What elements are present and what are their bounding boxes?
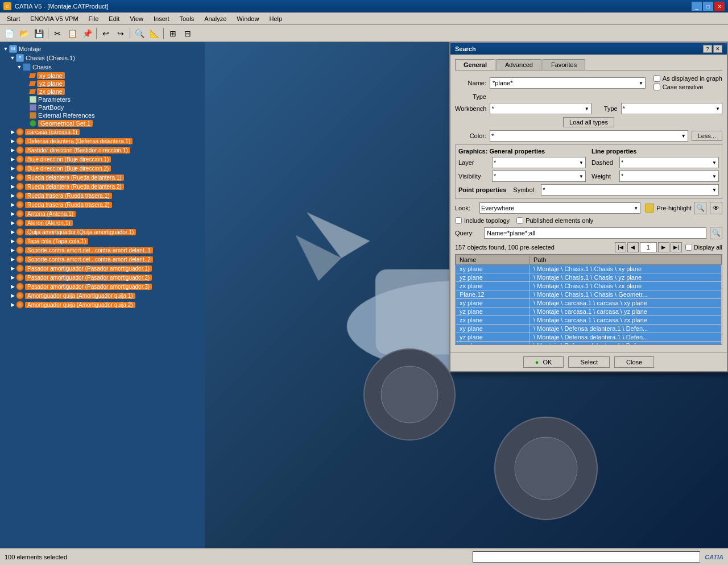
workbench-select[interactable]: * — [490, 103, 591, 114]
cut-btn[interactable]: ✂ — [51, 27, 64, 40]
table-row[interactable]: zx plane\ Montaje \ Defensa delantera.1 … — [456, 342, 722, 346]
view-btn-2[interactable]: ⊟ — [181, 27, 195, 40]
display-all-checkbox[interactable] — [685, 244, 692, 251]
include-topology-checkbox[interactable] — [455, 217, 462, 224]
list-item[interactable]: yz plane — [0, 80, 205, 88]
nav-next-button[interactable]: ▶ — [658, 242, 669, 252]
table-row[interactable]: xy plane\ Montaje \ Chasis.1 \ Chasis \ … — [456, 265, 722, 273]
dashed-select[interactable]: * — [619, 157, 719, 168]
list-item[interactable]: ▶ Amortiguador quija (Amortiguador quija… — [0, 300, 205, 309]
menu-tools[interactable]: Tools — [175, 14, 198, 23]
table-row[interactable]: xy plane\ Montaje \ carcasa.1 \ carcasa … — [456, 299, 722, 308]
list-item[interactable]: ▶ Antena (Antena.1) — [0, 209, 205, 218]
color-select[interactable]: * — [490, 130, 688, 142]
list-item[interactable]: ▶ Soporte contra-amort.del...contra-amor… — [0, 255, 205, 264]
nav-first-button[interactable]: |◀ — [615, 242, 626, 252]
name-input[interactable] — [490, 77, 646, 89]
viewport[interactable]: z x y — [205, 42, 728, 548]
visibility-select[interactable]: * — [492, 171, 586, 182]
table-row[interactable]: yz plane\ Montaje \ Chasis.1 \ Chasis \ … — [456, 273, 722, 282]
case-sensitive-checkbox[interactable] — [653, 84, 660, 90]
list-item[interactable]: PartBody — [0, 103, 205, 111]
query-input[interactable] — [484, 227, 706, 239]
measure-btn[interactable]: 📐 — [147, 27, 161, 40]
list-item[interactable]: ▶ Quija amortiguador (Quija amortiguador… — [0, 227, 205, 236]
tree-root[interactable]: ▼ M Montaje — [0, 44, 205, 53]
page-number-input[interactable] — [640, 242, 657, 252]
status-input[interactable] — [473, 551, 700, 563]
nav-last-button[interactable]: ▶| — [671, 242, 682, 252]
tab-general[interactable]: General — [455, 59, 495, 70]
minimize-button[interactable]: _ — [692, 2, 702, 11]
search-select-button[interactable]: 👁 — [710, 202, 722, 214]
table-row[interactable]: yz plane\ Montaje \ carcasa.1 \ carcasa … — [456, 308, 722, 316]
menu-file[interactable]: File — [84, 14, 104, 23]
undo-btn[interactable]: ↩ — [99, 27, 113, 40]
ok-button[interactable]: ● OK — [523, 356, 564, 368]
list-item[interactable]: External References — [0, 111, 205, 119]
list-item[interactable]: xy plane — [0, 72, 205, 80]
list-item[interactable]: ▶ Rueda delantera (Rueda delantera.2) — [0, 182, 205, 191]
symbol-select[interactable]: * — [541, 184, 719, 196]
table-row[interactable]: zx plane\ Montaje \ Chasis.1 \ Chasis \ … — [456, 282, 722, 290]
table-row[interactable]: Plane.12\ Montaje \ Chasis.1 \ Chasis \ … — [456, 290, 722, 299]
select-button[interactable]: Select — [568, 356, 610, 368]
new-btn[interactable]: 📄 — [2, 27, 16, 40]
list-item[interactable]: ▶ carcasa (carcasa.1) — [0, 127, 205, 136]
open-btn[interactable]: 📂 — [17, 27, 31, 40]
list-item[interactable]: ▶ Aleron (Aleron.1) — [0, 218, 205, 227]
tab-advanced[interactable]: Advanced — [497, 59, 541, 70]
list-item[interactable]: Geometrical Set.1 — [0, 119, 205, 127]
list-item[interactable]: ▶ Pasador amortiguador (Pasador amortigu… — [0, 273, 205, 282]
menu-insert[interactable]: Insert — [149, 14, 174, 23]
list-item[interactable]: ▼ P Chasis (Chasis.1) — [0, 53, 205, 63]
list-item[interactable]: ▶ Soporte contra-amort.del...contra-amor… — [0, 246, 205, 255]
maximize-button[interactable]: □ — [703, 2, 713, 11]
redo-btn[interactable]: ↪ — [114, 27, 127, 40]
search-btn[interactable]: 🔍 — [133, 27, 146, 40]
weight-select[interactable]: * — [619, 171, 719, 182]
list-item[interactable]: ▼ Chasis — [0, 63, 205, 72]
menu-edit[interactable]: Edit — [104, 14, 124, 23]
nav-prev-button[interactable]: ◀ — [627, 242, 639, 252]
layer-select[interactable]: * — [492, 157, 586, 168]
as-displayed-checkbox[interactable] — [653, 75, 660, 82]
results-container[interactable]: Name Path xy plane\ Montaje \ Chasis.1 \… — [455, 254, 722, 345]
menu-analyze[interactable]: Analyze — [200, 14, 231, 23]
list-item[interactable]: ▶ Amortiguador quija (Amortiguador quija… — [0, 291, 205, 300]
list-item[interactable]: ▶ Buje direccion (Buje direccion.1) — [0, 155, 205, 164]
list-item[interactable]: ▶ Rueda trasera (Rueda trasera.2) — [0, 200, 205, 209]
list-item[interactable]: zx plane — [0, 88, 205, 95]
list-item[interactable]: ▶ Tapa cola (Tapa cola.1) — [0, 236, 205, 246]
view-btn-1[interactable]: ⊞ — [166, 27, 180, 40]
load-all-types-button[interactable]: Load all types — [563, 117, 614, 127]
list-item[interactable]: ▶ Defensa delantera (Defensa delantera.1… — [0, 136, 205, 146]
list-item[interactable]: ▶ Rueda delantera (Rueda delantera.1) — [0, 173, 205, 182]
menu-start[interactable]: Start — [2, 14, 24, 23]
menu-window[interactable]: Window — [232, 14, 263, 23]
paste-btn[interactable]: 📌 — [80, 27, 94, 40]
menu-enovia[interactable]: ENOVIA V5 VPM — [26, 14, 82, 23]
less-button[interactable]: Less... — [692, 131, 722, 141]
table-row[interactable]: xy plane\ Montaje \ Defensa delantera.1 … — [456, 325, 722, 333]
table-row[interactable]: zx plane\ Montaje \ carcasa.1 \ carcasa … — [456, 316, 722, 325]
list-item[interactable]: Parameters — [0, 95, 205, 103]
menu-help[interactable]: Help — [264, 14, 287, 23]
look-select[interactable]: Everywhere — [479, 202, 640, 214]
search-magnify-button[interactable]: 🔍 — [694, 202, 706, 214]
table-row[interactable]: yz plane\ Montaje \ Defensa delantera.1 … — [456, 333, 722, 342]
list-item[interactable]: ▶ Rueda trasera (Rueda trasera.1) — [0, 191, 205, 200]
copy-btn[interactable]: 📋 — [65, 27, 79, 40]
list-item[interactable]: ▶ Bastidor direccion (Bastidor direccion… — [0, 146, 205, 155]
close-button[interactable]: Close — [614, 356, 654, 368]
menu-view[interactable]: View — [125, 14, 148, 23]
tab-favorites[interactable]: Favorites — [543, 59, 585, 70]
help-button[interactable]: ? — [703, 45, 712, 53]
save-btn[interactable]: 💾 — [32, 27, 46, 40]
close-window-button[interactable]: ✕ — [714, 2, 725, 11]
close-dialog-button[interactable]: ✕ — [713, 45, 722, 53]
list-item[interactable]: ▶ Pasador amortiguador (Pasador amortigu… — [0, 264, 205, 273]
type-select[interactable]: * — [621, 103, 722, 114]
list-item[interactable]: ▶ Pasador amortiguador (Pasador amortigu… — [0, 282, 205, 291]
published-only-checkbox[interactable] — [516, 217, 523, 224]
